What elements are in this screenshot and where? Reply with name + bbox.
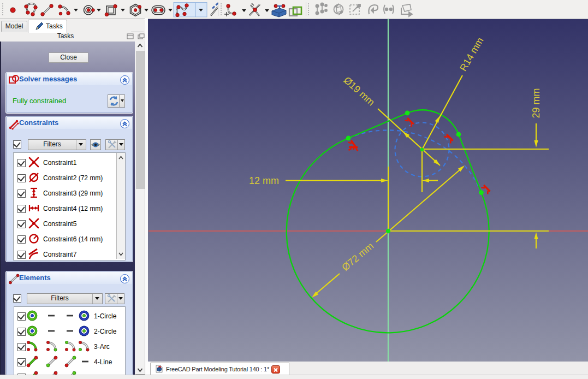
svg-text:29 mm: 29 mm: [531, 88, 542, 118]
svg-text:12 mm: 12 mm: [249, 175, 279, 186]
